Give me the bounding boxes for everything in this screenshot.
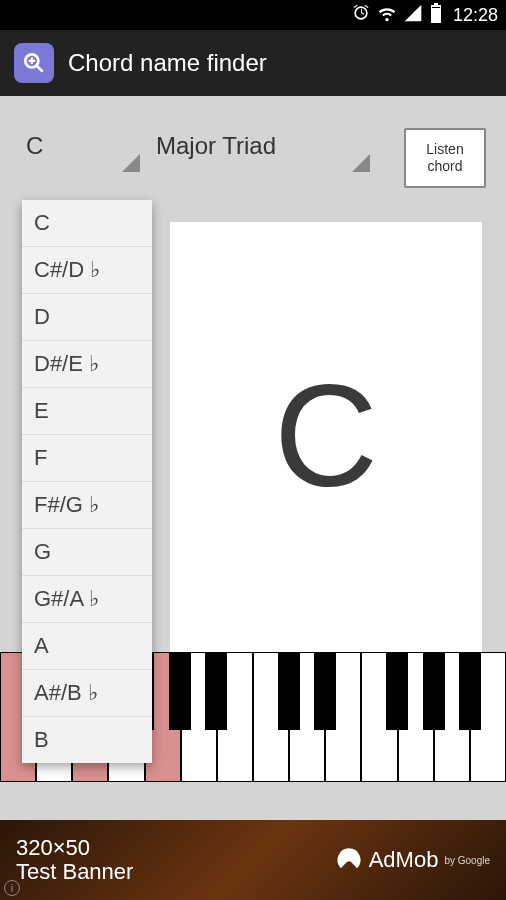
black-key[interactable]	[205, 652, 227, 730]
chord-name-text: C	[274, 354, 378, 520]
dropdown-item[interactable]: A	[22, 623, 152, 670]
clock-time: 12:28	[453, 5, 498, 26]
black-key[interactable]	[314, 652, 336, 730]
black-key[interactable]	[169, 652, 191, 730]
ad-banner[interactable]: i 320×50 Test Banner AdMob by Google	[0, 820, 506, 900]
root-note-spinner[interactable]: C	[20, 128, 140, 172]
dropdown-item[interactable]: C#/D ♭	[22, 247, 152, 294]
dropdown-item[interactable]: A#/B ♭	[22, 670, 152, 717]
controls-row: C Major Triad Listen chord	[0, 96, 506, 204]
ad-text: 320×50 Test Banner	[16, 836, 133, 884]
app-bar: Chord name finder	[0, 30, 506, 96]
battery-icon	[429, 3, 443, 28]
root-note-value: C	[26, 132, 43, 159]
admob-icon	[335, 846, 363, 874]
root-note-dropdown[interactable]: CC#/D ♭DD#/E ♭EFF#/G ♭GG#/A ♭AA#/B ♭B	[22, 200, 152, 763]
ad-brand: AdMob by Google	[335, 846, 490, 874]
wifi-icon	[377, 3, 397, 28]
black-key[interactable]	[386, 652, 408, 730]
chord-display-panel: C	[170, 222, 482, 652]
dropdown-item[interactable]: F	[22, 435, 152, 482]
listen-chord-button[interactable]: Listen chord	[404, 128, 486, 188]
svg-rect-0	[432, 8, 440, 21]
dropdown-item[interactable]: C	[22, 200, 152, 247]
black-key[interactable]	[459, 652, 481, 730]
dropdown-item[interactable]: G#/A ♭	[22, 576, 152, 623]
chord-type-value: Major Triad	[156, 132, 276, 159]
chord-type-spinner[interactable]: Major Triad	[150, 128, 370, 172]
signal-icon	[403, 3, 423, 28]
status-bar: 12:28	[0, 0, 506, 30]
dropdown-item[interactable]: B	[22, 717, 152, 763]
black-key[interactable]	[278, 652, 300, 730]
app-icon	[14, 43, 54, 83]
dropdown-item[interactable]: G	[22, 529, 152, 576]
alarm-icon	[351, 3, 371, 28]
app-title: Chord name finder	[68, 49, 267, 77]
ad-info-icon[interactable]: i	[4, 880, 20, 896]
dropdown-item[interactable]: F#/G ♭	[22, 482, 152, 529]
dropdown-item[interactable]: E	[22, 388, 152, 435]
dropdown-item[interactable]: D#/E ♭	[22, 341, 152, 388]
dropdown-item[interactable]: D	[22, 294, 152, 341]
black-key[interactable]	[423, 652, 445, 730]
